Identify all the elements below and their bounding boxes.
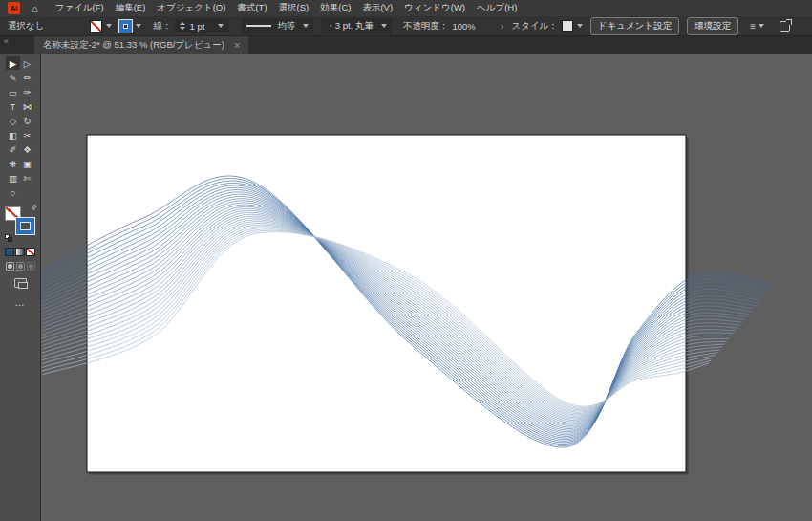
illustrator-window: Ai ⌂ ファイル(F)編集(E)オブジェクト(O)書式(T)選択(S)効果(C… bbox=[0, 0, 812, 521]
artboard-tool[interactable]: ▣ bbox=[20, 157, 34, 170]
tools-panel: ▶▷✎✏▭✑T⋈◇↻◧✂✐❖❋▣▥✄○ ⇄ … bbox=[0, 54, 41, 521]
graph-tool[interactable]: ▥ bbox=[6, 171, 20, 185]
menu-window[interactable]: ウィンドウ(W) bbox=[404, 2, 465, 14]
opacity-control: 不透明度： 100% bbox=[403, 20, 476, 33]
menu-items: ファイル(F)編集(E)オブジェクト(O)書式(T)選択(S)効果(C)表示(V… bbox=[55, 2, 518, 14]
style-control: スタイル： bbox=[511, 20, 582, 33]
menu-edit[interactable]: 編集(E) bbox=[116, 2, 146, 14]
uniform-profile-icon bbox=[246, 25, 271, 27]
default-fill-stroke-icon[interactable] bbox=[5, 234, 13, 242]
menu-view[interactable]: 表示(V) bbox=[362, 2, 393, 14]
paintbrush-tool[interactable]: ✑ bbox=[20, 85, 34, 98]
eraser-tool[interactable]: ◇ bbox=[6, 114, 20, 127]
paint-mode-buttons bbox=[0, 248, 40, 256]
toolbar-collapse-icon[interactable]: « bbox=[4, 36, 9, 46]
panel-menu-icon[interactable]: ≡ bbox=[750, 21, 755, 32]
gradient-button[interactable] bbox=[15, 248, 25, 256]
drawing-mode-buttons bbox=[0, 262, 40, 271]
direct-selection-tool[interactable]: ▷ bbox=[20, 56, 34, 70]
blend-tool[interactable]: ❖ bbox=[20, 142, 34, 156]
close-tab-icon[interactable]: × bbox=[234, 40, 240, 51]
stroke-profile-dropdown[interactable]: 均等 bbox=[242, 18, 313, 34]
tools-grid: ▶▷✎✏▭✑T⋈◇↻◧✂✐❖❋▣▥✄○ bbox=[0, 54, 40, 199]
slice-tool[interactable]: ✄ bbox=[20, 171, 34, 185]
style-swatch-icon[interactable] bbox=[562, 20, 573, 32]
stroke-color-swatch-icon[interactable] bbox=[119, 20, 132, 33]
document-tab[interactable]: 名称未設定-2* @ 51.33 % (RGB/プレビュー) × bbox=[34, 36, 248, 54]
draw-behind-icon[interactable] bbox=[16, 262, 25, 271]
control-panel-menu[interactable]: ≡ bbox=[750, 21, 764, 32]
menu-type[interactable]: 書式(T) bbox=[237, 2, 267, 14]
chevron-down-icon[interactable] bbox=[218, 24, 224, 28]
gradient-tool[interactable]: ◧ bbox=[6, 128, 20, 141]
fill-none-swatch-icon[interactable] bbox=[90, 20, 102, 33]
edit-toolbar-ellipsis[interactable]: … bbox=[0, 297, 40, 308]
stroke-weight-field[interactable]: 1 pt bbox=[175, 19, 228, 33]
canvas-svg bbox=[41, 54, 812, 521]
stroke-weight-value[interactable]: 1 pt bbox=[189, 21, 204, 32]
menu-object[interactable]: オブジェクト(O) bbox=[157, 2, 225, 14]
curvature-tool[interactable]: ✏ bbox=[20, 71, 34, 84]
menu-effect[interactable]: 効果(C) bbox=[320, 2, 351, 14]
opacity-value[interactable]: 100% bbox=[452, 21, 475, 32]
overflow-chevron-icon[interactable]: › bbox=[501, 20, 504, 32]
fill-stroke-proxy: ⇄ bbox=[5, 206, 35, 239]
chevron-down-icon[interactable] bbox=[577, 24, 583, 28]
chevron-down-icon[interactable] bbox=[381, 24, 387, 28]
selection-tool[interactable]: ▶ bbox=[6, 56, 20, 70]
brush-dot-icon: ・ bbox=[326, 20, 335, 33]
brush-dropdown[interactable]: ・ 3 pt. 丸筆 bbox=[321, 18, 392, 34]
illustrator-logo-icon[interactable]: Ai bbox=[8, 2, 20, 14]
chevron-down-icon[interactable] bbox=[303, 24, 309, 28]
chevron-down-icon[interactable] bbox=[759, 24, 764, 28]
color-button[interactable] bbox=[5, 248, 14, 256]
menu-select[interactable]: 選択(S) bbox=[279, 2, 310, 14]
opacity-label: 不透明度： bbox=[403, 20, 449, 33]
menu-bar: Ai ⌂ ファイル(F)編集(E)オブジェクト(O)書式(T)選択(S)効果(C… bbox=[0, 0, 812, 16]
type-tool[interactable]: T bbox=[6, 99, 20, 113]
launch-icon[interactable] bbox=[780, 21, 790, 32]
symbol-sprayer-tool[interactable]: ❋ bbox=[6, 157, 20, 170]
screen-mode-icon[interactable] bbox=[14, 278, 27, 288]
brush-value[interactable]: 3 pt. 丸筆 bbox=[335, 20, 374, 33]
menu-help[interactable]: ヘルプ(H) bbox=[477, 2, 517, 14]
selection-status: 選択なし bbox=[8, 20, 44, 33]
chevron-down-icon[interactable] bbox=[106, 24, 112, 28]
stroke-color-control[interactable] bbox=[119, 20, 141, 33]
fill-color-control[interactable] bbox=[90, 20, 112, 33]
scissors-tool[interactable]: ✂ bbox=[20, 128, 34, 141]
control-bar: 選択なし 線： 1 pt 均等 ・ 3 pt. 丸筆 bbox=[0, 16, 812, 36]
menu-file[interactable]: ファイル(F) bbox=[55, 2, 104, 14]
style-label: スタイル： bbox=[511, 20, 557, 33]
document-setup-button[interactable]: ドキュメント設定 bbox=[590, 17, 679, 35]
artboard bbox=[87, 135, 686, 472]
draw-normal-icon[interactable] bbox=[6, 262, 14, 271]
none-button[interactable] bbox=[26, 248, 35, 256]
rotate-tool[interactable]: ↻ bbox=[20, 114, 34, 127]
width-tool[interactable]: ⋈ bbox=[20, 99, 34, 113]
stroke-weight-control: 線： 1 pt bbox=[153, 19, 228, 33]
rectangle-tool[interactable]: ▭ bbox=[6, 85, 20, 98]
canvas-area[interactable] bbox=[41, 54, 812, 521]
draw-inside-icon[interactable] bbox=[27, 262, 35, 271]
stroke-weight-stepper[interactable] bbox=[180, 22, 185, 30]
pen-tool[interactable]: ✎ bbox=[6, 71, 20, 84]
document-tab-strip: « 名称未設定-2* @ 51.33 % (RGB/プレビュー) × bbox=[0, 36, 812, 54]
stroke-profile-value[interactable]: 均等 bbox=[277, 20, 295, 33]
preferences-button[interactable]: 環境設定 bbox=[687, 17, 738, 35]
stroke-weight-label: 線： bbox=[153, 20, 171, 33]
swap-fill-stroke-icon[interactable]: ⇄ bbox=[30, 203, 39, 212]
document-tab-title[interactable]: 名称未設定-2* @ 51.33 % (RGB/プレビュー) bbox=[43, 39, 224, 52]
chevron-down-icon[interactable] bbox=[136, 24, 141, 28]
home-icon[interactable]: ⌂ bbox=[32, 3, 38, 14]
stroke-swatch-icon[interactable] bbox=[16, 218, 34, 234]
eyedropper-tool[interactable]: ✐ bbox=[6, 142, 20, 156]
zoom-tool[interactable]: ○ bbox=[6, 185, 20, 199]
